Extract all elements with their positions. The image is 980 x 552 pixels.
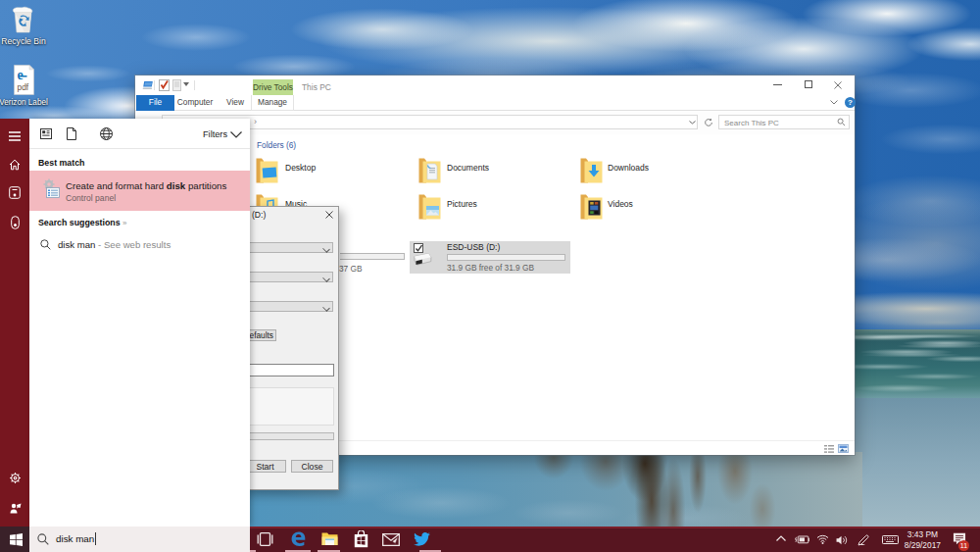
svg-text:pdf: pdf [18, 82, 29, 92]
svg-text:e: e [18, 68, 24, 82]
